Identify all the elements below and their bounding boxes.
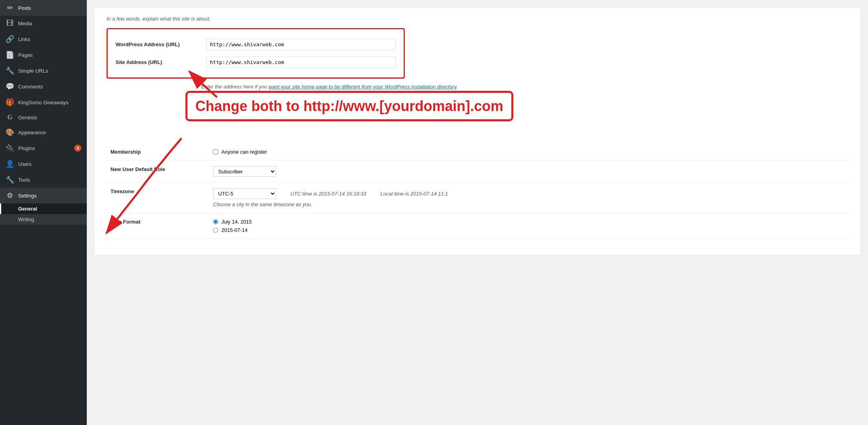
- wp-address-input[interactable]: [206, 39, 396, 50]
- timezone-controls: UTC-5 UTC-4 UTC-3 UTC UTC time is 2015-0…: [213, 188, 844, 199]
- simple-urls-icon: 🔧: [6, 66, 14, 75]
- sidebar-subitem-writing[interactable]: Writing: [0, 214, 87, 225]
- settings-icon: ⚙: [6, 191, 14, 200]
- sidebar-item-settings[interactable]: ⚙ Settings: [0, 188, 87, 203]
- site-address-desc: Enter the address here if you want your …: [201, 84, 848, 90]
- sidebar-subitem-general-label: General: [18, 206, 37, 212]
- date-format-option-1: July 14, 2015: [213, 219, 844, 225]
- sidebar-item-simple-urls[interactable]: 🔧 Simple URLs: [0, 63, 87, 79]
- local-time-value: 2015-07-14 11:1: [410, 191, 448, 197]
- date-format-option-2: 2015-07-14: [213, 227, 844, 233]
- sidebar-item-appearance[interactable]: 🎨 Appearance: [0, 124, 87, 140]
- sidebar-subitem-general[interactable]: General: [0, 203, 87, 214]
- sidebar-label-posts: Posts: [18, 5, 81, 11]
- sidebar-item-genesis[interactable]: G Genesis: [0, 110, 87, 124]
- site-address-row: Site Address (URL): [116, 53, 396, 71]
- new-user-role-row: New User Default Role Subscriber Contrib…: [107, 161, 848, 183]
- sidebar-item-users[interactable]: 👤 Users: [0, 156, 87, 172]
- annotation-text: Change both to http://www.[yourdomain].c…: [195, 98, 503, 114]
- links-icon: 🔗: [6, 35, 14, 43]
- sidebar-label-comments: Comments: [18, 84, 81, 90]
- users-icon: 👤: [6, 160, 14, 168]
- sidebar-label-links: Links: [18, 36, 81, 42]
- top-description: In a few words, explain what this site i…: [107, 16, 848, 22]
- membership-checkbox-row: Anyone can register: [213, 149, 844, 155]
- new-user-role-label: New User Default Role: [107, 161, 209, 183]
- new-user-role-select[interactable]: Subscriber Contributor Author Editor Adm…: [213, 166, 276, 177]
- settings-panel: In a few words, explain what this site i…: [95, 8, 860, 255]
- comments-icon: 💬: [6, 82, 14, 91]
- media-icon: 🎞: [6, 19, 14, 28]
- sidebar-label-users: Users: [18, 161, 81, 167]
- plugins-icon: 🔌: [6, 144, 14, 152]
- sidebar-item-comments[interactable]: 💬 Comments: [0, 79, 87, 94]
- date-format-radio-1[interactable]: [213, 219, 218, 224]
- site-address-link[interactable]: want your site home page to be different…: [269, 84, 456, 90]
- sidebar-item-tools[interactable]: 🔧 Tools: [0, 172, 87, 188]
- pages-icon: 📄: [6, 51, 14, 59]
- sidebar-label-media: Media: [18, 21, 81, 26]
- sidebar-label-genesis: Genesis: [18, 115, 81, 120]
- date-format-radio-2[interactable]: [213, 228, 218, 233]
- settings-table: Membership Anyone can register New User …: [107, 143, 848, 239]
- sidebar-label-plugins: Plugins: [18, 145, 70, 151]
- appearance-icon: 🎨: [6, 128, 14, 137]
- wp-address-label: WordPress Address (URL): [116, 36, 206, 53]
- sidebar-label-settings: Settings: [18, 193, 81, 199]
- url-fields-section: WordPress Address (URL) Site Address (UR…: [107, 28, 848, 80]
- posts-icon: ✏: [6, 4, 14, 12]
- sidebar-label-appearance: Appearance: [18, 130, 81, 135]
- timezone-desc: Choose a city in the same timezone as yo…: [213, 201, 844, 207]
- kingsumo-icon: 🎁: [6, 98, 14, 107]
- sidebar-item-links[interactable]: 🔗 Links: [0, 31, 87, 47]
- date-format-label-2: 2015-07-14: [221, 227, 248, 233]
- timezone-row: Timezone UTC-5 UTC-4 UTC-3 UTC UTC time …: [107, 183, 848, 213]
- membership-label: Membership: [107, 143, 209, 161]
- wp-address-row: WordPress Address (URL): [116, 36, 396, 53]
- sidebar-item-pages[interactable]: 📄 Pages: [0, 47, 87, 63]
- url-annotation-box: WordPress Address (URL) Site Address (UR…: [107, 28, 405, 79]
- genesis-icon: G: [6, 114, 14, 121]
- main-content: In a few words, explain what this site i…: [87, 0, 868, 425]
- site-address-label: Site Address (URL): [116, 53, 206, 71]
- sidebar-item-posts[interactable]: ✏ Posts: [0, 0, 87, 16]
- timezone-label: Timezone: [107, 183, 209, 213]
- local-time-label: Local time is 2015-07-14 11:1: [380, 191, 448, 197]
- membership-row: Membership Anyone can register: [107, 143, 848, 161]
- date-format-label: Date Format: [107, 213, 209, 239]
- date-format-row: Date Format July 14, 2015 2015-07-14: [107, 213, 848, 239]
- membership-checkbox[interactable]: [213, 149, 218, 154]
- tools-icon: 🔧: [6, 175, 14, 184]
- sidebar-subitem-writing-label: Writing: [18, 216, 34, 222]
- date-format-radio-group: July 14, 2015 2015-07-14: [213, 219, 844, 233]
- timezone-select[interactable]: UTC-5 UTC-4 UTC-3 UTC: [213, 188, 276, 199]
- sidebar-item-kingsumo[interactable]: 🎁 KingSumo Giveaways: [0, 94, 87, 110]
- sidebar-label-tools: Tools: [18, 177, 81, 183]
- sidebar-item-media[interactable]: 🎞 Media: [0, 16, 87, 31]
- sidebar-label-kingsumo: KingSumo Giveaways: [18, 100, 81, 105]
- date-format-label-1: July 14, 2015: [221, 219, 252, 225]
- site-address-input[interactable]: [206, 56, 396, 68]
- big-annotation: Change both to http://www.[yourdomain].c…: [185, 91, 513, 121]
- sidebar-label-pages: Pages: [18, 52, 81, 58]
- utc-time-value: 2015-07-14 16:18:33: [319, 191, 367, 197]
- utc-time-label: UTC time is 2015-07-14 16:18:33: [290, 191, 366, 197]
- membership-checkbox-label: Anyone can register: [221, 149, 267, 155]
- sidebar-item-plugins[interactable]: 🔌 Plugins 4: [0, 140, 87, 156]
- plugins-badge: 4: [74, 145, 81, 152]
- sidebar-label-simple-urls: Simple URLs: [18, 68, 81, 74]
- sidebar: ✏ Posts 🎞 Media 🔗 Links 📄 Pages 🔧 Simple…: [0, 0, 87, 425]
